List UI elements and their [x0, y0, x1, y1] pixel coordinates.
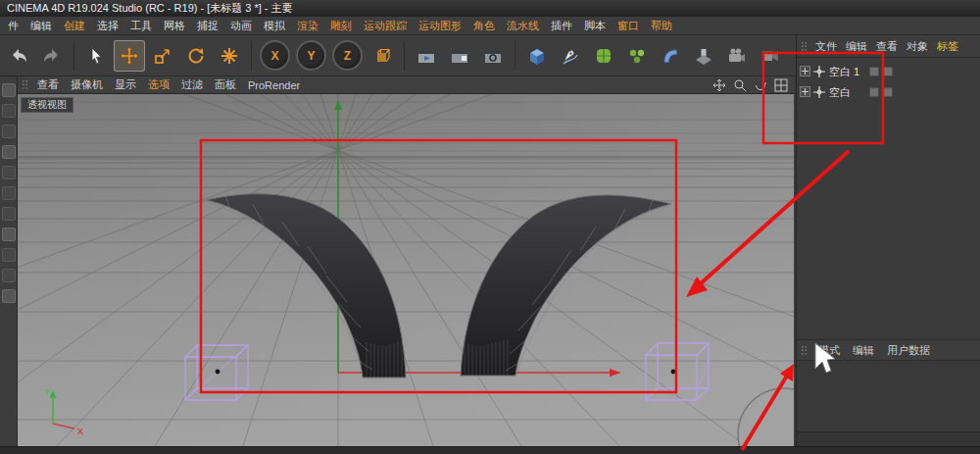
viewport-menu-bar: 查看 摄像机 显示 选项 过滤 面板 ProRender — [18, 76, 794, 94]
object-row-null-2[interactable]: 空白 — [797, 83, 980, 101]
axis-y-label: Y — [44, 387, 50, 397]
object-label[interactable]: 空白 — [829, 85, 851, 100]
title-bar: CINEMA 4D R19.024 Studio (RC - R19) - [未… — [0, 0, 980, 17]
om-menu-objects[interactable]: 对象 — [903, 39, 932, 54]
stage-icon[interactable] — [755, 40, 786, 72]
points-mode-icon[interactable] — [2, 166, 16, 179]
rotate-view-icon[interactable] — [754, 78, 767, 92]
object-axis-dot-right — [671, 370, 676, 375]
menu-window[interactable]: 窗口 — [612, 19, 645, 33]
zoom-view-icon[interactable] — [733, 78, 747, 92]
visibility-toggle-editor[interactable] — [869, 67, 879, 76]
vp-menu-cameras[interactable]: 摄像机 — [65, 77, 109, 92]
menu-snap[interactable]: 捕捉 — [191, 19, 224, 33]
menu-create[interactable]: 创建 — [58, 19, 91, 33]
menu-script[interactable]: 脚本 — [578, 19, 612, 33]
visibility-toggle-render[interactable] — [883, 87, 893, 97]
vp-menu-display[interactable]: 显示 — [109, 77, 142, 92]
vp-menu-filter[interactable]: 过滤 — [175, 77, 209, 92]
panel-grip-icon[interactable] — [801, 345, 808, 356]
viewport-canvas[interactable]: 透视视图 — [18, 94, 794, 446]
am-tab-edit[interactable]: 编辑 — [848, 343, 879, 358]
mode-toolbar — [0, 76, 18, 446]
pan-view-icon[interactable] — [712, 78, 726, 92]
vp-menu-prorender[interactable]: ProRender — [242, 79, 306, 91]
scale-tool-icon[interactable] — [147, 40, 178, 72]
menu-mesh[interactable]: 网格 — [158, 19, 191, 33]
om-menu-tags[interactable]: 标签 — [933, 39, 962, 54]
bottom-strip — [0, 446, 980, 454]
menu-simulate[interactable]: 模拟 — [258, 19, 291, 33]
menu-file[interactable]: 件 — [2, 19, 24, 33]
toolbar-separator — [514, 41, 515, 71]
menu-select[interactable]: 选择 — [91, 19, 124, 33]
object-manager-menu-bar: 文件 编辑 查看 对象 标签 — [797, 35, 980, 58]
make-editable-icon[interactable] — [2, 83, 16, 97]
viewport-solo-icon[interactable] — [2, 248, 16, 262]
move-tool-icon[interactable] — [114, 40, 145, 72]
null-object-icon[interactable] — [812, 65, 826, 78]
menu-pipeline[interactable]: 流水线 — [501, 19, 545, 33]
menu-character[interactable]: 角色 — [467, 19, 501, 33]
menu-tools[interactable]: 工具 — [124, 19, 158, 33]
mograph-array-icon[interactable] — [621, 40, 653, 72]
viewport-nav-icons — [712, 78, 790, 92]
om-menu-view[interactable]: 查看 — [872, 39, 902, 54]
lock-x-label: X — [270, 49, 278, 63]
expander-icon[interactable] — [800, 86, 810, 97]
lock-y-button[interactable]: Y — [296, 40, 326, 71]
menu-edit[interactable]: 编辑 — [24, 19, 58, 33]
lock-x-button[interactable]: X — [260, 40, 290, 71]
floor-icon[interactable] — [688, 40, 719, 72]
menu-motion-tracker[interactable]: 运动跟踪 — [358, 19, 413, 33]
om-menu-file[interactable]: 文件 — [811, 39, 841, 54]
object-label[interactable]: 空白 1 — [829, 65, 859, 79]
menu-plugins[interactable]: 插件 — [545, 19, 578, 33]
live-selection-icon[interactable] — [80, 40, 112, 72]
attribute-manager-body — [797, 361, 980, 431]
vp-menu-panel[interactable]: 面板 — [209, 77, 242, 92]
vp-menu-options[interactable]: 选项 — [142, 77, 175, 92]
subdivision-surface-icon[interactable] — [588, 40, 619, 72]
am-tab-userdata[interactable]: 用户数据 — [882, 343, 935, 358]
object-row-null-1[interactable]: 空白 1 — [797, 63, 980, 80]
rotate-tool-icon[interactable] — [180, 40, 212, 72]
model-mode-icon[interactable] — [2, 104, 16, 118]
render-picture-viewer-icon[interactable] — [444, 40, 475, 72]
visibility-toggle-render[interactable] — [883, 67, 893, 76]
last-tool-icon[interactable] — [214, 40, 245, 72]
edges-mode-icon[interactable] — [2, 186, 16, 200]
menu-help[interactable]: 帮助 — [645, 19, 678, 33]
vp-menu-view[interactable]: 查看 — [31, 77, 65, 92]
cube-primitive-icon[interactable] — [521, 40, 553, 72]
toolbar-separator — [251, 41, 252, 71]
panel-grip-icon[interactable] — [801, 41, 808, 52]
axis-x-label: X — [77, 427, 83, 436]
workplane-mode-icon[interactable] — [2, 145, 16, 159]
menu-mograph[interactable]: 运动图形 — [413, 19, 467, 33]
panel-grip-icon[interactable] — [22, 79, 28, 90]
camera-icon[interactable] — [721, 40, 753, 72]
undo-icon[interactable] — [3, 40, 34, 72]
deformer-icon[interactable] — [655, 40, 686, 72]
render-settings-icon[interactable] — [477, 40, 509, 72]
lock-z-button[interactable]: Z — [332, 40, 363, 71]
menu-render[interactable]: 渲染 — [291, 19, 324, 33]
null-object-icon[interactable] — [812, 85, 826, 99]
om-menu-edit[interactable]: 编辑 — [842, 39, 871, 54]
coordinate-system-icon[interactable] — [367, 40, 398, 72]
redo-icon[interactable] — [36, 40, 68, 72]
spline-pen-icon[interactable] — [555, 40, 586, 72]
texture-mode-icon[interactable] — [2, 125, 16, 138]
lock-icon[interactable] — [2, 289, 16, 303]
menu-sculpt[interactable]: 雕刻 — [324, 19, 358, 33]
toggle-views-icon[interactable] — [774, 78, 788, 92]
visibility-toggle-editor[interactable] — [869, 87, 879, 97]
enable-axis-icon[interactable] — [2, 227, 16, 241]
menu-animate[interactable]: 动画 — [224, 19, 258, 33]
expander-icon[interactable] — [800, 66, 810, 76]
render-view-icon[interactable] — [411, 40, 442, 72]
am-tab-mode[interactable]: 模式 — [813, 343, 845, 358]
polygons-mode-icon[interactable] — [2, 207, 16, 221]
snap-icon[interactable] — [2, 269, 16, 282]
